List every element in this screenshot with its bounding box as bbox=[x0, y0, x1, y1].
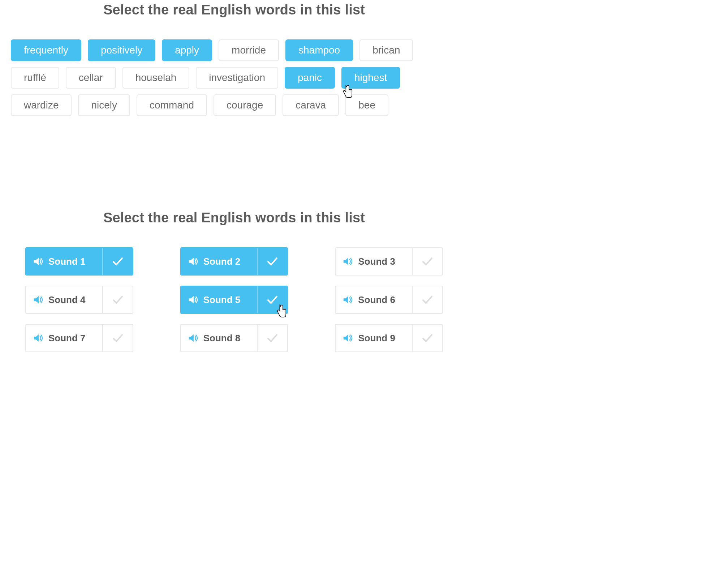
sound-check-4[interactable] bbox=[102, 286, 133, 313]
word-chip-carava[interactable]: carava bbox=[283, 94, 339, 116]
sound-tile-5[interactable]: Sound 5 bbox=[180, 286, 288, 314]
check-icon bbox=[112, 255, 124, 268]
sound-tile-8[interactable]: Sound 8 bbox=[180, 324, 288, 352]
sound-check-6[interactable] bbox=[412, 286, 442, 313]
check-icon bbox=[266, 255, 279, 268]
sound-play-9[interactable]: Sound 9 bbox=[336, 325, 412, 351]
sound-play-3[interactable]: Sound 3 bbox=[336, 248, 412, 275]
sound-label: Sound 1 bbox=[48, 256, 86, 267]
check-icon bbox=[421, 332, 434, 344]
word-chip-panic[interactable]: panic bbox=[285, 67, 335, 89]
word-chip-frequently[interactable]: frequently bbox=[11, 39, 81, 61]
word-chip-shampoo[interactable]: shampoo bbox=[285, 39, 353, 61]
sound-label: Sound 7 bbox=[48, 333, 86, 344]
check-icon bbox=[112, 332, 124, 344]
sound-tile-6[interactable]: Sound 6 bbox=[335, 286, 443, 314]
speaker-icon bbox=[188, 294, 198, 305]
word-chip-brican[interactable]: brican bbox=[359, 39, 413, 61]
sound-label: Sound 9 bbox=[358, 333, 395, 344]
sound-tile-3[interactable]: Sound 3 bbox=[335, 247, 443, 276]
sound-tile-2[interactable]: Sound 2 bbox=[180, 247, 288, 276]
sound-check-3[interactable] bbox=[412, 248, 442, 275]
sound-tile-4[interactable]: Sound 4 bbox=[25, 286, 133, 314]
sound-play-2[interactable]: Sound 2 bbox=[181, 248, 257, 275]
speaker-icon bbox=[33, 294, 43, 305]
question2-title: Select the real English words in this li… bbox=[11, 210, 457, 226]
sound-play-7[interactable]: Sound 7 bbox=[26, 325, 102, 351]
speaker-icon bbox=[342, 333, 353, 344]
sound-check-7[interactable] bbox=[102, 325, 133, 351]
check-icon bbox=[421, 294, 434, 306]
check-icon bbox=[421, 255, 434, 268]
sound-play-1[interactable]: Sound 1 bbox=[26, 248, 102, 275]
sound-check-8[interactable] bbox=[257, 325, 287, 351]
word-chip-positively[interactable]: positively bbox=[88, 39, 155, 61]
sound-label: Sound 3 bbox=[358, 256, 395, 267]
speaker-icon bbox=[188, 333, 198, 344]
sound-tile-7[interactable]: Sound 7 bbox=[25, 324, 133, 352]
sound-check-2[interactable] bbox=[257, 248, 287, 275]
speaker-icon bbox=[342, 256, 353, 267]
sound-check-9[interactable] bbox=[412, 325, 442, 351]
check-icon bbox=[112, 294, 124, 306]
speaker-icon bbox=[188, 256, 198, 267]
word-chip-command[interactable]: command bbox=[137, 94, 207, 116]
sound-play-4[interactable]: Sound 4 bbox=[26, 286, 102, 313]
speaker-icon bbox=[33, 333, 43, 344]
speaker-icon bbox=[33, 256, 43, 267]
word-chip-morride[interactable]: morride bbox=[219, 39, 279, 61]
sound-check-1[interactable] bbox=[102, 248, 133, 275]
sound-label: Sound 2 bbox=[203, 256, 241, 267]
word-chip-container: frequently positively apply morride sham… bbox=[11, 39, 457, 116]
word-chip-highest[interactable]: highest bbox=[341, 67, 400, 89]
sound-play-6[interactable]: Sound 6 bbox=[336, 286, 412, 313]
sound-tile-1[interactable]: Sound 1 bbox=[25, 247, 133, 276]
speaker-icon bbox=[342, 294, 353, 305]
word-chip-houselah[interactable]: houselah bbox=[122, 67, 190, 89]
word-chip-courage[interactable]: courage bbox=[214, 94, 276, 116]
sound-tiles-grid: Sound 1 Sound 2 bbox=[25, 247, 443, 352]
word-chip-nicely[interactable]: nicely bbox=[78, 94, 130, 116]
sound-label: Sound 4 bbox=[48, 294, 86, 306]
check-icon bbox=[266, 294, 279, 306]
sound-play-5[interactable]: Sound 5 bbox=[181, 286, 257, 313]
word-chip-apply[interactable]: apply bbox=[162, 39, 212, 61]
sound-play-8[interactable]: Sound 8 bbox=[181, 325, 257, 351]
check-icon bbox=[266, 332, 279, 344]
word-chip-cellar[interactable]: cellar bbox=[66, 67, 116, 89]
word-chip-bee[interactable]: bee bbox=[345, 94, 388, 116]
question1-title: Select the real English words in this li… bbox=[11, 2, 457, 18]
word-chip-ruffle[interactable]: rufflé bbox=[11, 67, 59, 89]
sound-label: Sound 5 bbox=[203, 294, 241, 306]
word-chip-investigation[interactable]: investigation bbox=[196, 67, 278, 89]
sound-tile-9[interactable]: Sound 9 bbox=[335, 324, 443, 352]
sound-label: Sound 6 bbox=[358, 294, 395, 306]
sound-label: Sound 8 bbox=[203, 333, 241, 344]
word-chip-wardize[interactable]: wardize bbox=[11, 94, 72, 116]
sound-check-5[interactable] bbox=[257, 286, 287, 313]
